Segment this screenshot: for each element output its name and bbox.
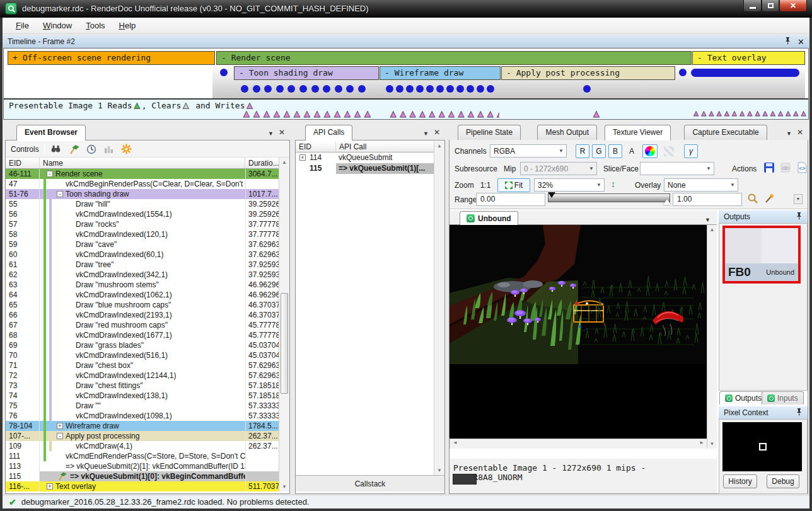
callstack-section[interactable]: Callstack	[296, 475, 444, 491]
scroll-up-icon[interactable]: ▲	[707, 225, 717, 234]
table-row[interactable]: 68vkCmdDrawIndexed(1677,1)45.77778	[6, 330, 279, 340]
table-row[interactable]: 55Draw "hill"39.25926	[6, 199, 279, 209]
channel-r-button[interactable]: R	[576, 144, 589, 158]
close-icon[interactable]: ✕	[434, 129, 440, 136]
table-row[interactable]: 111vkCmdEndRenderPass(C=Store, D=Store, …	[6, 451, 279, 461]
table-row[interactable]: 116-...+Text overlay511.7037	[6, 481, 279, 491]
write-marker-icon[interactable]: ▲	[332, 110, 342, 118]
write-marker-icon[interactable]: ▲	[738, 110, 746, 118]
write-marker-icon[interactable]: ▲	[456, 110, 466, 118]
range-white-handle[interactable]	[663, 199, 671, 205]
table-row[interactable]: 62vkCmdDrawIndexed(342,1)37.92593	[6, 270, 279, 280]
table-row[interactable]: 61Draw "tree"37.92593	[6, 260, 279, 270]
write-marker-icon[interactable]: ▲	[495, 110, 499, 118]
write-marker-icon[interactable]: ▲	[408, 110, 417, 118]
table-row[interactable]: 63Draw "mushroom stems"46.96296	[6, 280, 279, 290]
write-marker-icon[interactable]: ▲	[272, 110, 282, 118]
write-marker-icon[interactable]: ▲	[700, 110, 707, 118]
tab-outputs[interactable]: Outputs	[719, 391, 767, 405]
table-row[interactable]: 65Draw "blue mushroom caps"46.37037	[6, 300, 279, 310]
pin-icon[interactable]	[784, 37, 791, 47]
write-marker-icon[interactable]: ▲	[437, 110, 446, 118]
write-marker-icon[interactable]: ▲	[292, 110, 302, 118]
table-row[interactable]: 109vkCmdDraw(4,1)262.37...	[6, 441, 279, 451]
write-marker-icon[interactable]: ▲	[312, 110, 322, 118]
chevron-down-icon[interactable]: ▼	[786, 129, 792, 137]
find-event-icon[interactable]	[50, 144, 62, 155]
column-header-name[interactable]: Name	[40, 158, 245, 168]
zoom-range-icon[interactable]	[747, 193, 758, 206]
minimize-button[interactable]	[743, 0, 762, 12]
timeline-bar-apply-post[interactable]: - Apply post processing	[501, 66, 675, 80]
write-marker-icon[interactable]: ▲	[352, 110, 362, 118]
write-marker-icon[interactable]: ▲	[241, 110, 252, 118]
event-dot-icon[interactable]	[426, 85, 434, 93]
api-calls-scrollbar[interactable]: ▲ ▼	[434, 141, 444, 475]
event-dot-icon[interactable]	[241, 85, 248, 93]
channel-b-button[interactable]: B	[608, 144, 622, 158]
tab-inputs[interactable]: Inputs	[762, 391, 804, 405]
event-dot-icon[interactable]	[358, 85, 366, 93]
tab-capture-executable[interactable]: Capture Executable	[684, 125, 767, 140]
write-marker-icon[interactable]: ▲	[769, 110, 777, 118]
resource-usage-strip[interactable]: Presentable Image 1 Reads ▲ , Clears ▲ a…	[3, 100, 809, 120]
table-row[interactable]: 107-...-Apply post processing262.37...	[6, 431, 279, 441]
chevron-down-icon[interactable]: ▼	[423, 129, 429, 137]
pixel-context-canvas[interactable]	[722, 422, 802, 471]
pin-icon[interactable]	[796, 212, 803, 222]
column-header-eid[interactable]: EID	[296, 141, 336, 152]
write-marker-icon[interactable]: ▲	[446, 110, 456, 118]
timeline-bar-offscreen[interactable]: + Off-screen scene rendering	[8, 51, 215, 65]
table-row[interactable]: 47vkCmdBeginRenderPass(C=Clear, D=Clear,…	[6, 179, 279, 189]
event-dot-icon[interactable]	[416, 85, 424, 93]
write-marker-icon[interactable]: ▲	[342, 110, 352, 118]
slice-face-dropdown[interactable]: ▼	[640, 162, 714, 175]
scroll-up-icon[interactable]: ▲	[279, 158, 289, 167]
collapse-icon[interactable]: -	[57, 433, 63, 439]
expand-icon[interactable]: +	[47, 483, 53, 490]
chevron-down-icon[interactable]: ▼	[705, 215, 710, 224]
table-row[interactable]: 67Draw "red mushroom caps"45.77778	[6, 320, 279, 330]
channels-dropdown[interactable]: RGBA▼	[490, 144, 567, 158]
event-dot-icon[interactable]	[396, 85, 403, 93]
event-dot-icon[interactable]	[477, 85, 484, 93]
title-bar[interactable]: debugmarker.rdc - RenderDoc Unofficial r…	[0, 0, 812, 18]
viewer-horizontal-scrollbar[interactable]: ◄ ►	[450, 439, 707, 449]
event-dot-icon[interactable]	[346, 85, 354, 93]
event-browser-table-header[interactable]: EID Name Duratio...	[6, 158, 289, 169]
time-durations-icon[interactable]	[85, 144, 98, 155]
expand-icon[interactable]: +	[299, 154, 306, 161]
range-max-field[interactable]: 1.00	[673, 193, 742, 206]
api-calls-table-header[interactable]: EID API Call	[296, 141, 444, 152]
collapse-icon[interactable]: -	[57, 191, 63, 197]
write-marker-icon[interactable]: ▲	[398, 110, 407, 118]
timeline-bar-text-overlay[interactable]: - Text overlay	[692, 51, 805, 65]
close-icon[interactable]: ✕	[797, 129, 803, 136]
timeline-event-pill[interactable]	[691, 69, 799, 77]
debug-button[interactable]: Debug	[767, 474, 799, 488]
table-row[interactable]: 70vkCmdDrawIndexed(516,1)45.03704	[6, 350, 279, 360]
event-dot-icon[interactable]	[583, 85, 591, 93]
table-row[interactable]: 114+vkQueueSubmit	[296, 152, 434, 163]
table-row[interactable]: 74vkCmdDrawIndexed(138,1)57.18518	[6, 391, 279, 401]
write-marker-icon[interactable]: ▲	[362, 110, 373, 118]
range-slider[interactable]	[548, 193, 670, 202]
close-button[interactable]: ✕	[779, 0, 807, 12]
tab-texture-viewer[interactable]: Texture Viewer	[605, 125, 671, 141]
event-dot-icon[interactable]	[456, 85, 464, 93]
texture-image[interactable]	[450, 225, 706, 364]
event-dot-icon[interactable]	[467, 85, 474, 93]
write-marker-icon[interactable]: ▲	[799, 110, 807, 118]
table-row[interactable]: 115=> vkQueueSubmit(1)[...	[296, 163, 434, 174]
write-marker-icon[interactable]: ▲	[753, 110, 761, 118]
texture-display-canvas[interactable]: ▲ ▼ ◄ ►	[450, 225, 717, 449]
event-dot-icon[interactable]	[264, 85, 272, 93]
gamma-button[interactable]: γ	[684, 144, 698, 158]
event-dot-icon[interactable]	[386, 85, 393, 93]
tab-api-calls[interactable]: API Calls	[305, 125, 352, 141]
table-row[interactable]: 57Draw "rocks"37.77778	[6, 219, 279, 229]
chevron-down-icon[interactable]: ▼	[268, 129, 274, 137]
menu-item-help[interactable]: Help	[112, 18, 143, 33]
close-icon[interactable]: ✕	[798, 37, 804, 47]
table-row[interactable]: 69Draw "grass blades"45.03704	[6, 340, 279, 350]
